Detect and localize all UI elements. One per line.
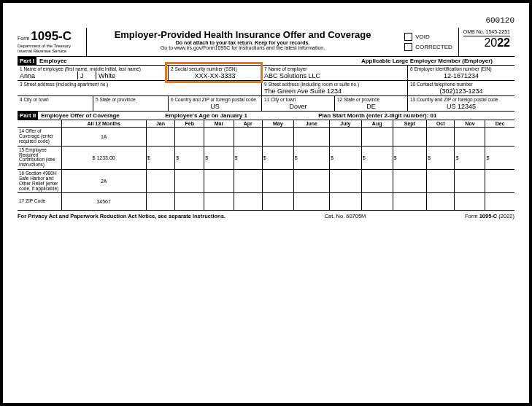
r17-all: 34567 xyxy=(61,193,146,211)
contact-phone: (302)123-1234 xyxy=(410,87,512,95)
form-title-block: Employer-Provided Health Insurance Offer… xyxy=(87,28,398,56)
form-number: 1095-C xyxy=(31,29,72,43)
row-city-state-zip: 4 City or town 5 State or province 6 Cou… xyxy=(18,96,514,112)
form-1095c: 600120 Form 1095-C Department of the Tre… xyxy=(0,0,532,406)
row-17: 17 ZIP Code 34567 xyxy=(18,193,514,211)
row-name-ssn-employer: 1 Name of employee (first name, middle i… xyxy=(18,66,514,81)
employee-last: White xyxy=(96,71,166,79)
checkbox-group: VOID CORRECTED xyxy=(398,28,459,56)
omb-year: OMB No. 1545-2251 2022 xyxy=(459,28,514,56)
top-code: 600120 xyxy=(18,16,514,25)
employee-first: Anna xyxy=(20,71,78,79)
ein-value: 12-1671234 xyxy=(410,71,512,79)
row-addresses: 3 Street address (including apartment no… xyxy=(18,81,514,96)
employee-mi: J xyxy=(78,71,96,79)
ssn-value: XXX-XX-3333 xyxy=(171,71,259,79)
month-header-row: All 12 Months JanFebMarAprMayJuneJulyAug… xyxy=(18,120,514,128)
part2-header: Part II Employee Offer of Coverage Emplo… xyxy=(18,112,514,120)
part1-header: Part I Employee Applicable Large Employe… xyxy=(18,57,514,66)
row-14: 14 Offer of Coverage (enter required cod… xyxy=(18,128,514,146)
r16-all: 2A xyxy=(61,170,146,193)
employer-address: The Green Ave Suite 1234 xyxy=(264,87,405,95)
corrected-checkbox[interactable] xyxy=(404,43,412,51)
header-right: VOID CORRECTED OMB No. 1545-2251 2022 xyxy=(398,28,514,56)
footer-form: Form 1095-C (2022) xyxy=(465,213,514,219)
row-16: 16 Section 4980H Safe Harbor and Other R… xyxy=(18,170,514,193)
employer-name: ABC Solutions LLC xyxy=(264,71,405,79)
void-checkbox[interactable] xyxy=(404,33,412,41)
r15-all: $ 1233.00 xyxy=(61,146,146,169)
coverage-table: All 12 Months JanFebMarAprMayJuneJulyAug… xyxy=(18,120,514,211)
form-footer: For Privacy Act and Paperwork Reduction … xyxy=(18,210,514,219)
row-15: 15 Employee Required Contribution (see i… xyxy=(18,146,514,169)
form-title: Employer-Provided Health Insurance Offer… xyxy=(91,29,394,40)
form-id-block: Form 1095-C Department of the Treasury I… xyxy=(18,28,87,56)
employee-address xyxy=(20,87,259,87)
r14-all: 1A xyxy=(61,128,146,146)
form-header: Form 1095-C Department of the Treasury I… xyxy=(18,28,514,57)
